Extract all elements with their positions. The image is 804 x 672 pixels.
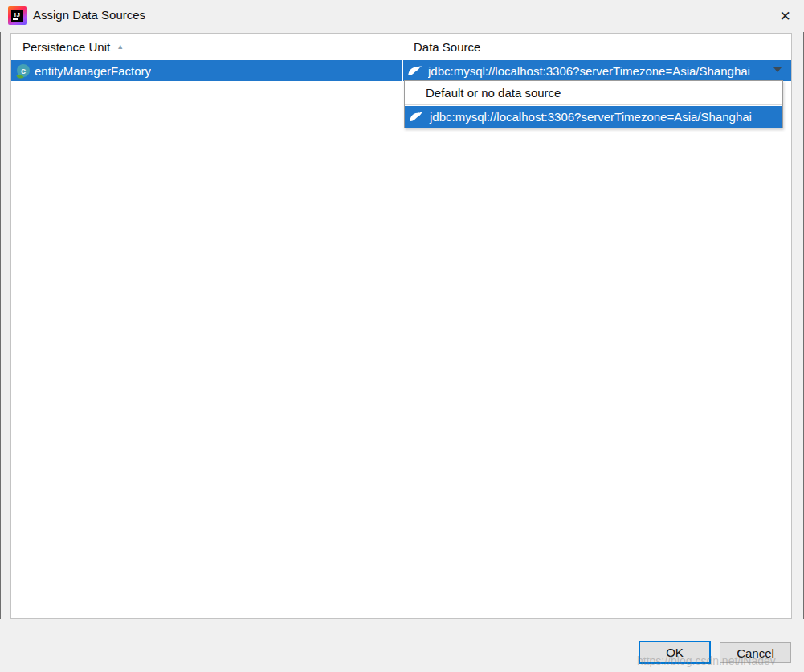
assign-data-sources-dialog: { "window": { "title": "Assign Data Sour… [0, 0, 804, 672]
ok-button[interactable]: OK [639, 641, 711, 664]
table-header-row: Persistence Unit ▲ Data Source [11, 34, 791, 59]
intellij-idea-logo-icon: IJ [8, 6, 27, 25]
cancel-button[interactable]: Cancel [720, 642, 791, 663]
data-source-dropdown-popup: Default or no data source jdbc:mysql://l… [404, 80, 783, 128]
mysql-dolphin-icon [409, 112, 424, 122]
column-header-data-source[interactable]: Data Source [402, 34, 791, 59]
dialog-footer: OK Cancel https://blog.csdn.net/iNadev [0, 619, 804, 672]
title-bar: IJ Assign Data Sources ✕ [0, 0, 804, 32]
mysql-dolphin-icon [407, 66, 422, 76]
close-button[interactable]: ✕ [766, 0, 804, 32]
data-source-value: jdbc:mysql://localhost:3306?serverTimezo… [428, 64, 750, 78]
window-title: Assign Data Sources [33, 8, 145, 22]
dropdown-item-label: Default or no data source [426, 86, 561, 100]
dropdown-item-default[interactable]: Default or no data source [405, 81, 782, 105]
dropdown-item-jdbc-selected[interactable]: jdbc:mysql://localhost:3306?serverTimezo… [405, 106, 782, 128]
cancel-button-label: Cancel [737, 646, 774, 660]
spring-configuration-bean-icon: c [17, 64, 30, 77]
ok-button-label: OK [666, 646, 684, 659]
dropdown-arrow-icon[interactable] [773, 67, 782, 72]
dropdown-item-label: jdbc:mysql://localhost:3306?serverTimezo… [430, 110, 752, 124]
close-icon: ✕ [779, 8, 790, 25]
persistence-unit-cell[interactable]: c entityManagerFactory [11, 60, 402, 81]
column-header-persistence-unit[interactable]: Persistence Unit ▲ [11, 34, 402, 59]
sort-ascending-icon: ▲ [116, 43, 124, 51]
intellij-idea-logo-letters: IJ [11, 10, 23, 22]
persistence-unit-name: entityManagerFactory [35, 64, 151, 78]
bean-icon-letter: c [21, 66, 26, 75]
table-row: c entityManagerFactory jdbc:mysql://loca… [11, 60, 791, 81]
column-header-label: Persistence Unit [22, 40, 110, 54]
data-source-cell-combobox[interactable]: jdbc:mysql://localhost:3306?serverTimezo… [403, 60, 791, 81]
column-header-label: Data Source [414, 40, 480, 54]
